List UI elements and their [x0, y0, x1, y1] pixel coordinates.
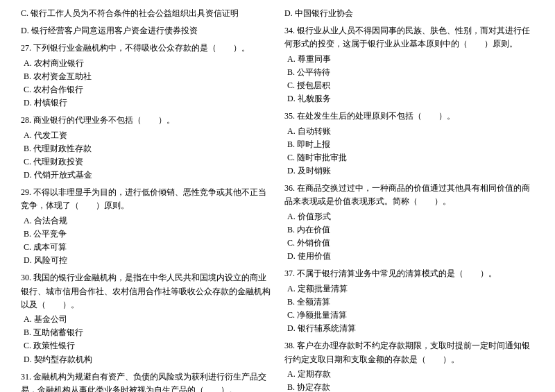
option-item: C. 政策性银行 — [24, 339, 271, 352]
question-text: 30. 我国的银行业金融机构，是指在中华人民共和国境内设立的商业银行、城市信用合… — [21, 271, 271, 312]
options-list: A. 尊重同事B. 公平待待C. 授包层积D. 礼貌服务 — [284, 53, 534, 106]
question-block: 28. 商业银行的代理业务不包括（ ）。A. 代发工资B. 代理财政性存款C. … — [21, 114, 271, 182]
left-column: C. 银行工作人员为不符合条件的社会公益组织出具资信证明D. 银行经营客户同意运… — [21, 7, 271, 392]
question-block: 35. 在处发生生后的处理原则不包括（ ）。A. 自动转账B. 即时上报C. 随… — [284, 110, 534, 178]
option-item: A. 价值形式 — [287, 210, 534, 223]
option-item: A. 代发工资 — [24, 129, 271, 142]
question-block: 30. 我国的银行业金融机构，是指在中华人民共和国境内设立的商业银行、城市信用合… — [21, 271, 271, 366]
question-text: 38. 客户在办理存款时不约定存款期限，支取时提前一定时间通知银行约定支取日期和… — [284, 339, 534, 366]
option-item: C. 成本可算 — [24, 241, 271, 254]
question-text: 27. 下列银行业金融机构中，不得吸收公众存款的是（ ）。 — [21, 42, 271, 55]
options-list: A. 价值形式B. 内在价值C. 外销价值D. 使用价值 — [284, 210, 534, 264]
option-item: C. 代理财政投资 — [24, 155, 271, 169]
option-item: C. 农村合作银行 — [24, 83, 271, 96]
question-text: D. 银行经营客户同意运用客户资金进行债券投资 — [21, 24, 271, 37]
option-item: C. 外销价值 — [287, 237, 534, 250]
question-block: D. 中国银行业协会 — [284, 7, 534, 20]
options-list: A. 农村商业银行B. 农村资金互助社C. 农村合作银行D. 村镇银行 — [21, 57, 271, 110]
options-list: A. 定期存款B. 协定存款C. 活期存款D. 通知存款 — [284, 368, 534, 392]
question-text: D. 中国银行业协会 — [284, 7, 534, 20]
option-item: B. 代理财政性存款 — [24, 142, 271, 155]
option-item: D. 银行辅系统清算 — [287, 322, 534, 335]
option-item: D. 礼貌服务 — [287, 92, 534, 105]
question-text: 31. 金融机构为规避自有资产、负债的风险或为获利进行衍生产品交易，金融机构从事… — [21, 370, 271, 392]
question-block: 29. 不得以非理显手为目的，进行低价倾销、恶性竞争或其他不正当竞争，体现了（ … — [21, 186, 271, 267]
option-item: D. 使用价值 — [287, 250, 534, 263]
option-item: D. 及时销账 — [287, 164, 534, 178]
question-text: 36. 在商品交换过过中，一种商品的价值通过其他具有相同价值的商品来表现或是价值… — [284, 182, 534, 208]
option-item: D. 契约型存款机构 — [24, 353, 271, 366]
option-item: B. 协定存款 — [287, 381, 534, 392]
option-item: B. 农村资金互助社 — [24, 70, 271, 83]
question-text: 29. 不得以非理显手为目的，进行低价倾销、恶性竞争或其他不正当竞争，体现了（ … — [21, 186, 271, 212]
options-list: A. 合法合规B. 公平竞争C. 成本可算D. 风险可控 — [21, 214, 271, 268]
options-list: A. 自动转账B. 即时上报C. 随时审批审批D. 及时销账 — [284, 125, 534, 178]
option-item: A. 合法合规 — [24, 214, 271, 228]
question-text: 35. 在处发生生后的处理原则不包括（ ）。 — [284, 110, 534, 123]
option-item: A. 基金公司 — [24, 313, 271, 326]
question-block: 31. 金融机构为规避自有资产、负债的风险或为获利进行衍生产品交易，金融机构从事… — [21, 370, 271, 392]
options-list: A. 代发工资B. 代理财政性存款C. 代理财政投资D. 代销开放式基金 — [21, 129, 271, 182]
options-list: A. 基金公司B. 互助储蓄银行C. 政策性银行D. 契约型存款机构 — [21, 313, 271, 366]
option-item: A. 尊重同事 — [287, 53, 534, 66]
right-column: D. 中国银行业协会34. 银行业从业人员不得因同事的民族、肤色、性别，而对其进… — [284, 7, 534, 392]
option-item: A. 自动转账 — [287, 125, 534, 138]
option-item: B. 全额清算 — [287, 296, 534, 309]
question-block: 36. 在商品交换过过中，一种商品的价值通过其他具有相同价值的商品来表现或是价值… — [284, 182, 534, 263]
option-item: B. 互助储蓄银行 — [24, 326, 271, 339]
question-block: D. 银行经营客户同意运用客户资金进行债券投资 — [21, 24, 271, 37]
question-block: 37. 不属于银行清算业务中常见的清算模式的是（ ）。A. 定额批量清算B. 全… — [284, 267, 534, 335]
page-content: C. 银行工作人员为不符合条件的社会公益组织出具资信证明D. 银行经营客户同意运… — [21, 7, 534, 392]
option-item: B. 公平竞争 — [24, 228, 271, 241]
option-item: A. 定额批量清算 — [287, 282, 534, 296]
option-item: C. 授包层积 — [287, 79, 534, 92]
option-item: C. 净额批量清算 — [287, 309, 534, 322]
question-block: 34. 银行业从业人员不得因同事的民族、肤色、性别，而对其进行任何形式的投变，这… — [284, 24, 534, 105]
option-item: D. 村镇银行 — [24, 96, 271, 110]
question-block: C. 银行工作人员为不符合条件的社会公益组织出具资信证明 — [21, 7, 271, 20]
option-item: D. 代销开放式基金 — [24, 169, 271, 182]
option-item: D. 风险可控 — [24, 254, 271, 267]
question-text: 37. 不属于银行清算业务中常见的清算模式的是（ ）。 — [284, 267, 534, 280]
question-block: 27. 下列银行业金融机构中，不得吸收公众存款的是（ ）。A. 农村商业银行B.… — [21, 42, 271, 110]
main-columns: C. 银行工作人员为不符合条件的社会公益组织出具资信证明D. 银行经营客户同意运… — [21, 7, 534, 392]
options-list: A. 定额批量清算B. 全额清算C. 净额批量清算D. 银行辅系统清算 — [284, 282, 534, 336]
option-item: A. 农村商业银行 — [24, 57, 271, 70]
question-text: 34. 银行业从业人员不得因同事的民族、肤色、性别，而对其进行任何形式的投变，这… — [284, 24, 534, 51]
option-item: B. 公平待待 — [287, 66, 534, 79]
question-text: 28. 商业银行的代理业务不包括（ ）。 — [21, 114, 271, 127]
option-item: C. 随时审批审批 — [287, 151, 534, 164]
option-item: A. 定期存款 — [287, 368, 534, 381]
option-item: B. 内在价值 — [287, 223, 534, 237]
question-block: 38. 客户在办理存款时不约定存款期限，支取时提前一定时间通知银行约定支取日期和… — [284, 339, 534, 392]
option-item: B. 即时上报 — [287, 138, 534, 151]
question-text: C. 银行工作人员为不符合条件的社会公益组织出具资信证明 — [21, 7, 271, 20]
